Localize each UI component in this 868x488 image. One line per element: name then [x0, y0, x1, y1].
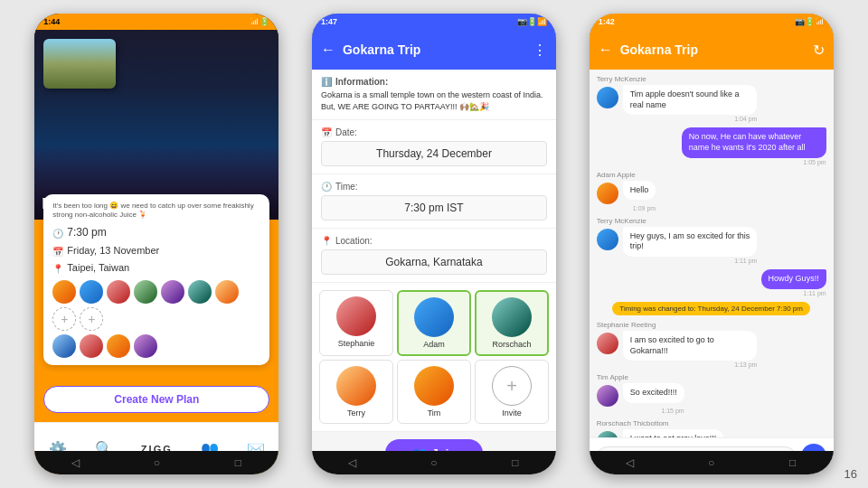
- avatar-2: [80, 280, 103, 304]
- chat-bubble-7: So excited!!!!: [623, 383, 684, 403]
- phone3-back-button[interactable]: ◁: [624, 456, 637, 469]
- chat-msg-5: Howdy Guys!! 1:11 pm: [761, 269, 826, 296]
- tim-name: Tim: [428, 408, 441, 418]
- adam-avatar: [414, 297, 454, 337]
- phone2-topbar: ← Gokarna Trip ⋮: [312, 30, 556, 70]
- attendee-terry[interactable]: Terry: [319, 360, 393, 424]
- attendees-row: + +: [52, 280, 260, 331]
- chat-bubble-2: No now, He can have whatever name he wan…: [682, 127, 826, 157]
- chat-msg-3: Adam Apple Hello 1:09 pm: [597, 171, 656, 211]
- rorschach-avatar: [492, 297, 532, 337]
- phone2-status-time: 1:47: [321, 17, 337, 26]
- chat-bubble-6: I am so excited to go to Gokarna!!!: [623, 331, 758, 361]
- system-message: Timing was changed to: Thursday, 24 Dece…: [612, 302, 810, 315]
- location-value: Gokarna, Karnataka: [321, 249, 547, 275]
- chat-msg-2: No now, He can have whatever name he wan…: [682, 127, 826, 164]
- phone3-menu-button[interactable]: □: [787, 456, 799, 469]
- refresh-button[interactable]: ↻: [813, 42, 825, 59]
- date-section: 📅Date: Thursday, 24 December: [312, 120, 556, 174]
- avatar-1: [52, 280, 76, 304]
- tim-avatar: [414, 366, 454, 406]
- date-value: Thursday, 24 December: [321, 141, 547, 166]
- thumbnail-overlay: [43, 39, 116, 89]
- chat-bubble-8: I want to eat pray love!!!: [623, 429, 724, 437]
- android-back-button[interactable]: ◁: [69, 456, 81, 469]
- avatar-9: [80, 334, 103, 358]
- phone2-menu-button[interactable]: □: [509, 456, 522, 469]
- phone2-screen: 1:47 📷🔋📶 ← Gokarna Trip ⋮ ℹ️ Information…: [312, 14, 556, 474]
- avatar-6: [188, 280, 212, 304]
- adam-chat-avatar: [597, 183, 618, 204]
- phone1-screen: 1:44 📶🔋 Night out with the Boyz It's bee…: [34, 14, 278, 474]
- phone-1: 1:44 📶🔋 Night out with the Boyz It's bee…: [34, 14, 278, 474]
- phone2-back-button[interactable]: ◁: [346, 456, 359, 469]
- chat-msg-1: Terry McKenzie Tim apple doesn't sound l…: [597, 75, 758, 122]
- phone3-home-button[interactable]: ○: [705, 456, 718, 469]
- phone3-back-button[interactable]: ←: [599, 42, 613, 58]
- invite-plus-icon: +: [492, 366, 532, 406]
- phone3-topbar-title: Gokarna Trip: [620, 42, 806, 57]
- avatar-3: [107, 280, 130, 304]
- phone2-home-button[interactable]: ○: [428, 456, 440, 469]
- phone-3: 1:42 📷🔋📶 ← Gokarna Trip ↻ Terry McKenzie…: [590, 14, 834, 474]
- chat-msg-7: Tim Apple So excited!!!! 1:15 pm: [597, 373, 684, 414]
- attendee-rorschach[interactable]: Rorschach: [475, 290, 549, 356]
- topbar-title: Gokarna Trip: [343, 42, 525, 57]
- stephanie-avatar: [336, 296, 376, 336]
- add-attendee-button-2[interactable]: +: [80, 307, 103, 331]
- rorschach-name: Rorschach: [492, 340, 531, 349]
- terry-avatar: [336, 366, 376, 406]
- avatar-4: [134, 280, 157, 304]
- phone3-status-time: 1:42: [599, 17, 615, 26]
- phone1-status-bar: 1:44 📶🔋: [34, 14, 278, 30]
- avatar-10: [107, 334, 130, 358]
- chat-body: Terry McKenzie Tim apple doesn't sound l…: [590, 70, 834, 437]
- phone2-status-icons: 📷🔋📶: [517, 17, 547, 26]
- info-label: ℹ️ Information:: [321, 77, 547, 87]
- chat-bubble-1: Tim apple doesn't sound like a real name: [623, 85, 758, 115]
- invite-card[interactable]: + Invite: [475, 360, 549, 424]
- time-section: 🕐Time: 7:30 pm IST: [312, 174, 556, 229]
- stephanie-chat-avatar: [597, 333, 618, 354]
- adam-name: Adam: [423, 340, 445, 349]
- add-attendee-button[interactable]: +: [52, 307, 76, 331]
- phone2-status-bar: 1:47 📷🔋📶: [312, 14, 556, 30]
- more-options-button[interactable]: ⋮: [533, 42, 547, 59]
- card-description: It's been too long 😄 we need to catch up…: [52, 202, 260, 221]
- phone3-status-bar: 1:42 📷🔋📶: [590, 14, 834, 30]
- location-label: 📍Location:: [321, 236, 547, 246]
- time-label: 🕐Time:: [321, 182, 547, 192]
- stephanie-name: Stephanie: [338, 339, 375, 348]
- avatar-8: [52, 334, 76, 358]
- phone2-android-bar: ◁ ○ □: [312, 451, 556, 474]
- avatar-11: [134, 334, 157, 358]
- create-new-plan-button[interactable]: Create New Plan: [43, 386, 269, 413]
- phone3-screen: 1:42 📷🔋📶 ← Gokarna Trip ↻ Terry McKenzie…: [590, 14, 834, 474]
- invite-label: Invite: [502, 408, 522, 418]
- phone-2: 1:47 📷🔋📶 ← Gokarna Trip ⋮ ℹ️ Information…: [312, 14, 556, 474]
- phone1-hero: Night out with the Boyz: [34, 30, 278, 220]
- back-button[interactable]: ←: [321, 42, 335, 58]
- attendees-grid: Stephanie Adam Rorschach Terry Tim: [312, 283, 556, 431]
- phone3-topbar: ← Gokarna Trip ↻: [590, 30, 834, 70]
- attendee-stephanie[interactable]: Stephanie: [319, 290, 393, 356]
- chat-msg-6: Stephanie Reeting I am so excited to go …: [597, 321, 758, 368]
- time-value: 7:30 pm IST: [321, 195, 547, 221]
- phone1-status-icons: 📶🔋: [250, 17, 269, 26]
- info-text: Gokarna is a small temple town on the we…: [321, 89, 547, 112]
- android-nav-bar: ◁ ○ □: [34, 451, 278, 474]
- phone3-status-icons: 📷🔋📶: [795, 17, 825, 26]
- information-section: ℹ️ Information: Gokarna is a small templ…: [312, 70, 556, 120]
- avatar-5: [161, 280, 184, 304]
- attendee-tim[interactable]: Tim: [397, 360, 471, 424]
- time-row: 🕐 7:30 pm: [52, 226, 260, 242]
- terry-chat-avatar: [597, 87, 618, 108]
- date-label: 📅Date:: [321, 127, 547, 137]
- phone2-body: ℹ️ Information: Gokarna is a small templ…: [312, 70, 556, 474]
- android-menu-button[interactable]: □: [231, 456, 244, 469]
- android-home-button[interactable]: ○: [150, 456, 163, 469]
- avatar-7: [215, 280, 239, 304]
- attendee-adam[interactable]: Adam: [397, 290, 471, 356]
- rorschach-chat-avatar: [597, 431, 618, 437]
- chat-msg-8: Rorschach Thicbottom I want to eat pray …: [597, 419, 724, 437]
